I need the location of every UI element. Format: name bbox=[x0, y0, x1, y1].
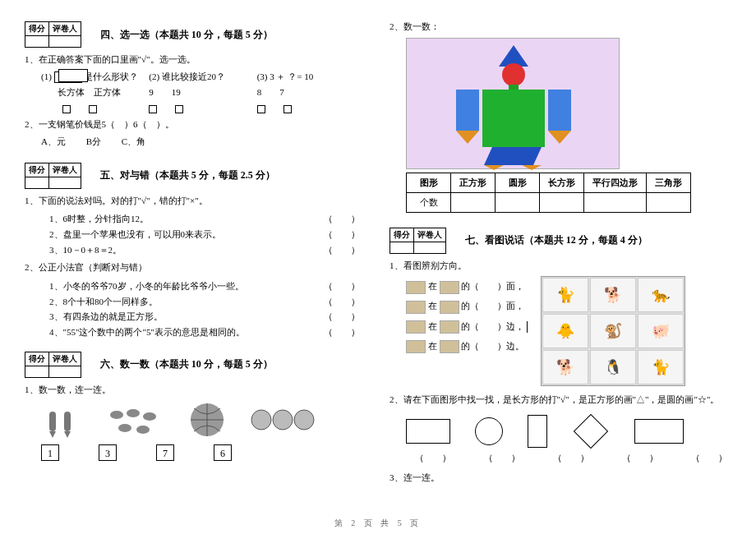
svg-marker-21 bbox=[484, 147, 542, 165]
shape-count-table: 图形 正方形 圆形 长方形 平行四边形 三角形 个数 bbox=[406, 173, 691, 213]
monkey-icon bbox=[440, 320, 459, 334]
checkbox[interactable] bbox=[175, 105, 183, 113]
answer-paren[interactable]: （ ） bbox=[549, 452, 593, 464]
grader-label: 评卷人 bbox=[414, 228, 446, 242]
svg-marker-18 bbox=[456, 131, 479, 144]
s4-q2c: C、角 bbox=[122, 136, 145, 146]
smileys-icon bbox=[250, 408, 316, 438]
dir-line-1: 在 的（ ）面， bbox=[406, 276, 528, 296]
answer-paren[interactable]: （ ） bbox=[411, 452, 455, 464]
svg-point-11 bbox=[273, 410, 293, 430]
pig-icon bbox=[406, 301, 426, 314]
number-box[interactable]: 7 bbox=[156, 444, 174, 461]
svg-rect-17 bbox=[548, 90, 571, 131]
s5-l1: 1、6时整，分针指向12。（ ） bbox=[49, 211, 365, 227]
penguin-icon bbox=[440, 340, 459, 353]
grader-cell[interactable] bbox=[49, 177, 81, 188]
section-6-title: 六、数一数（本题共 10 分，每题 5 分） bbox=[100, 357, 273, 371]
score-label: 得分 bbox=[25, 163, 49, 177]
animal-grid: 🐈 🐕 🐆 🐥 🐒 🐖 🐕 🐧 🐈 bbox=[541, 276, 685, 386]
svg-marker-23 bbox=[522, 165, 542, 170]
grader-label: 评卷人 bbox=[49, 352, 81, 366]
grader-cell[interactable] bbox=[49, 366, 81, 377]
chick-icon bbox=[406, 320, 426, 334]
answer-cell[interactable] bbox=[451, 192, 496, 212]
number-box[interactable]: 3 bbox=[99, 444, 117, 461]
opt-c1: 8 bbox=[257, 87, 262, 97]
number-box[interactable]: 1 bbox=[41, 444, 59, 461]
number-box[interactable]: 6 bbox=[214, 444, 232, 461]
td-count-label: 个数 bbox=[407, 192, 451, 212]
s7-direction-lines: 在 的（ ）面， 在 的（ ）面， 在 的（ ）边， bbox=[406, 276, 528, 356]
svg-point-10 bbox=[251, 410, 271, 430]
score-cell[interactable] bbox=[390, 242, 414, 253]
section-4-title: 四、选一选（本题共 10 分，每题 5 分） bbox=[100, 28, 273, 42]
svg-rect-0 bbox=[49, 412, 56, 431]
s4-q1-checkboxes bbox=[41, 102, 365, 114]
s4-q2: 2、一支钢笔价钱是5（ ）6（ ）。 bbox=[25, 117, 365, 132]
monkey-icon bbox=[440, 301, 459, 314]
grid-cat-icon: 🐈 bbox=[542, 278, 588, 312]
s4-q2a: A、元 bbox=[41, 136, 66, 146]
section-7-title: 七、看图说话（本题共 12 分，每题 4 分） bbox=[465, 233, 648, 247]
s7-direction-block: 在 的（ ）面， 在 的（ ）面， 在 的（ ）边， bbox=[390, 276, 731, 386]
score-cell[interactable] bbox=[25, 366, 49, 377]
th-circle: 圆形 bbox=[496, 173, 540, 192]
opt-b1: 9 bbox=[149, 87, 154, 97]
answer-paren[interactable]: （ ） bbox=[687, 452, 731, 464]
checkbox[interactable] bbox=[62, 105, 71, 113]
checkbox[interactable] bbox=[149, 105, 157, 113]
checkbox[interactable] bbox=[89, 105, 97, 113]
s5-l3: 3、10－0＋8＝2。（ ） bbox=[49, 242, 365, 258]
section-5-title: 五、对与错（本题共 5 分，每题 2.5 分） bbox=[100, 168, 275, 182]
s4-q1c: (3) 3 ＋ ？= 10 bbox=[257, 71, 365, 83]
answer-cell[interactable] bbox=[584, 192, 647, 212]
s5-l5: 2、8个十和80个一同样多。（ ） bbox=[49, 294, 365, 310]
s4-q1-options-row1: 长方体 正方体 9 19 8 7 bbox=[41, 86, 365, 99]
answer-cell[interactable] bbox=[540, 192, 584, 212]
s6-pictures-row bbox=[41, 402, 365, 438]
svg-point-12 bbox=[294, 410, 314, 430]
s4-q1-subquestions: (1) 是什么形状？ (2) 谁比较接近20？ (3) 3 ＋ ？= 10 bbox=[41, 71, 365, 83]
svg-marker-1 bbox=[49, 431, 56, 438]
circle-icon bbox=[475, 417, 503, 445]
s7-q3: 3、连一连。 bbox=[390, 471, 731, 486]
answer-paren[interactable]: （ ） bbox=[480, 452, 524, 464]
th-para: 平行四边形 bbox=[584, 173, 647, 192]
checkbox[interactable] bbox=[257, 105, 265, 113]
s4-q1: 1、在正确答案下面的口里画"√"。选一选。 bbox=[25, 53, 365, 67]
score-box-6: 得分 评卷人 bbox=[25, 352, 81, 378]
grader-cell[interactable] bbox=[414, 242, 446, 253]
tall-rect-icon bbox=[528, 415, 547, 448]
robot-shapes-icon bbox=[407, 39, 620, 170]
s5-l4: 1、小冬的爷爷70岁，小冬的年龄比爷爷小一些。（ ） bbox=[49, 279, 365, 294]
score-label: 得分 bbox=[390, 228, 414, 242]
checkbox[interactable] bbox=[284, 105, 292, 113]
s5-q1: 1、下面的说法对吗。对的打"√"，错的打"×"。 bbox=[25, 194, 365, 209]
dir-line-3: 在 的（ ）边， bbox=[406, 316, 528, 336]
answer-paren[interactable]: （ ） bbox=[618, 452, 662, 464]
grid-dog-icon: 🐕 bbox=[542, 350, 588, 384]
s7-shapes-row bbox=[406, 414, 731, 449]
right-column: 2、数一数： bbox=[390, 16, 731, 501]
opt-b2: 19 bbox=[172, 87, 181, 97]
monkey-icon bbox=[440, 281, 459, 294]
score-cell[interactable] bbox=[25, 36, 49, 48]
answer-cell[interactable] bbox=[496, 192, 540, 212]
th-shape: 图形 bbox=[407, 173, 451, 192]
answer-cell[interactable] bbox=[647, 192, 691, 212]
section-6-header: 得分 评卷人 六、数一数（本题共 10 分，每题 5 分） bbox=[25, 352, 365, 378]
cat-icon bbox=[406, 281, 426, 294]
score-cell[interactable] bbox=[25, 177, 49, 188]
svg-point-4 bbox=[110, 411, 123, 419]
opt-c2: 7 bbox=[279, 87, 284, 97]
s5-l7: 4、"55"这个数中的两个"5"表示的意思是相同的。（ ） bbox=[49, 325, 365, 340]
svg-point-14 bbox=[502, 63, 525, 86]
section-4-header: 得分 评卷人 四、选一选（本题共 10 分，每题 5 分） bbox=[25, 21, 365, 48]
grader-cell[interactable] bbox=[49, 36, 81, 48]
s6b-q2: 2、数一数： bbox=[390, 20, 731, 35]
s7-q2: 2、请在下面图形中找一找，是长方形的打"√"，是正方形的画"△"，是圆的画"☆"… bbox=[390, 393, 731, 407]
svg-marker-22 bbox=[484, 165, 504, 170]
grader-label: 评卷人 bbox=[49, 163, 81, 177]
s5-l2: 2、盘里一个苹果也没有，可以用0来表示。（ ） bbox=[49, 227, 365, 242]
